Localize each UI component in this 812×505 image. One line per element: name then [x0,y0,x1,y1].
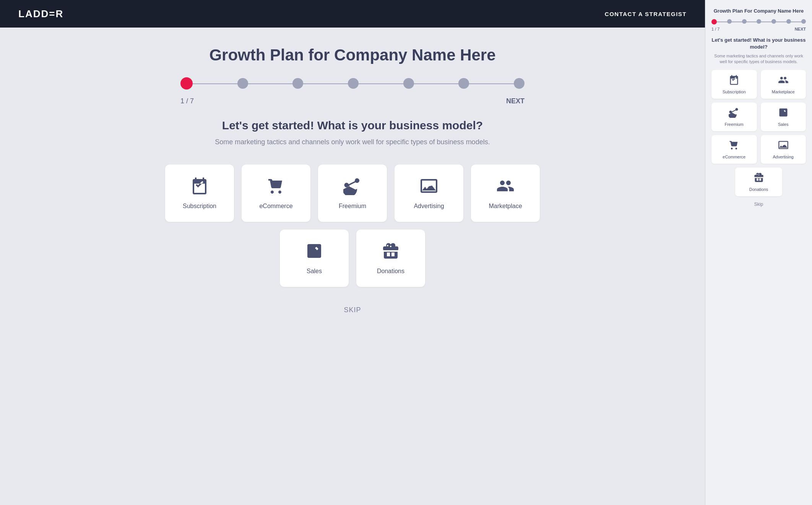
sidebar-option-freemium[interactable]: Freemium [711,103,757,131]
sidebar-dot-5 [771,19,776,24]
share-icon [343,177,362,198]
progress-dot-6 [458,78,469,89]
option-subscription[interactable]: Subscription [165,165,234,222]
sidebar-option-sales[interactable]: Sales [761,103,806,131]
sidebar-title: Growth Plan For Company Name Here [711,8,806,15]
sidebar-progress-current: 1 / 7 [711,27,719,31]
option-ecommerce-label: eCommerce [259,203,292,210]
sidebar-option-sales-label: Sales [778,122,789,127]
progress-bar [180,78,525,90]
contact-strategist-button[interactable]: CONTACT A STRATEGIST [605,11,687,17]
sidebar-calendar-check-icon [729,75,739,87]
sidebar-option-marketplace-label: Marketplace [772,90,795,94]
sidebar-pencil-box-icon [778,107,789,120]
sidebar-question-title: Let's get started! What is your business… [711,37,806,50]
sidebar-dot-6 [786,19,791,24]
sidebar-dot-3 [742,19,747,24]
sidebar-option-ecommerce-label: eCommerce [723,155,745,159]
progress-dot-7 [514,78,525,89]
progress-dot-4 [348,78,359,89]
page-title: Growth Plan for Company Name Here [209,46,495,64]
main-content: Growth Plan for Company Name Here 1 / 7 … [0,28,705,505]
sidebar-share-icon [729,107,739,120]
right-panel: Growth Plan For Company Name Here 1 / 7 … [705,0,812,505]
option-marketplace[interactable]: Marketplace [471,165,540,222]
option-freemium-label: Freemium [339,203,366,210]
sidebar-people-icon [778,75,789,87]
sidebar-option-marketplace[interactable]: Marketplace [761,70,806,99]
option-ecommerce[interactable]: eCommerce [242,165,310,222]
sidebar-dot-4 [757,19,761,24]
sidebar-option-subscription[interactable]: Subscription [711,70,757,99]
sidebar-skip-button[interactable]: Skip [711,202,806,207]
sidebar-progress-dots [711,19,806,24]
option-subscription-label: Subscription [183,203,216,210]
question-title: Let's get started! What is your business… [222,119,483,132]
sidebar-progress-bar [711,19,806,24]
image-icon [420,177,438,198]
calendar-check-icon [190,177,209,198]
progress-labels: 1 / 7 NEXT [180,97,525,105]
sidebar-dot-7 [801,19,806,24]
option-advertising[interactable]: Advertising [395,165,463,222]
skip-button[interactable]: SKIP [344,306,361,314]
logo: LADD=R [18,8,63,20]
main-panel: LADD=R CONTACT A STRATEGIST Growth Plan … [0,0,705,505]
gift-icon [382,242,400,263]
sidebar-cart-icon [729,140,739,152]
sidebar-question-subtitle: Some marketing tactics and channels only… [711,53,806,65]
option-sales[interactable]: Sales [280,230,349,287]
option-marketplace-label: Marketplace [489,203,522,210]
progress-dot-2 [237,78,248,89]
progress-next-button[interactable]: NEXT [506,97,525,105]
sidebar-next-button[interactable]: NEXT [795,27,806,31]
option-sales-label: Sales [307,268,322,275]
progress-dots [180,78,525,90]
sidebar-option-donations[interactable]: Donations [735,168,783,196]
cart-icon [267,177,285,198]
option-advertising-label: Advertising [414,203,444,210]
progress-dot-5 [403,78,414,89]
sidebar-option-ecommerce[interactable]: eCommerce [711,135,757,164]
sidebar-option-advertising-label: Advertising [773,155,794,159]
options-grid: Subscription eCommerce Freemium [161,165,544,287]
people-icon [496,177,515,198]
sidebar-options-grid: Subscription Marketplace Freemium Sales [711,70,806,196]
sidebar-dot-2 [727,19,732,24]
sidebar-progress-labels: 1 / 7 NEXT [711,27,806,31]
progress-dot-1 [180,77,193,90]
sidebar-option-freemium-label: Freemium [724,122,744,127]
sidebar-option-advertising[interactable]: Advertising [761,135,806,164]
sidebar-option-subscription-label: Subscription [723,90,746,94]
progress-dot-3 [292,78,303,89]
option-freemium[interactable]: Freemium [318,165,387,222]
option-donations[interactable]: Donations [356,230,425,287]
progress-current: 1 / 7 [180,97,194,105]
pencil-box-icon [305,242,323,263]
option-donations-label: Donations [377,268,404,275]
sidebar-dot-1 [711,19,717,24]
sidebar-gift-icon [754,172,764,185]
header: LADD=R CONTACT A STRATEGIST [0,0,705,28]
sidebar-image-icon [778,140,789,152]
question-subtitle: Some marketing tactics and channels only… [215,138,490,146]
sidebar-option-donations-label: Donations [749,187,768,192]
